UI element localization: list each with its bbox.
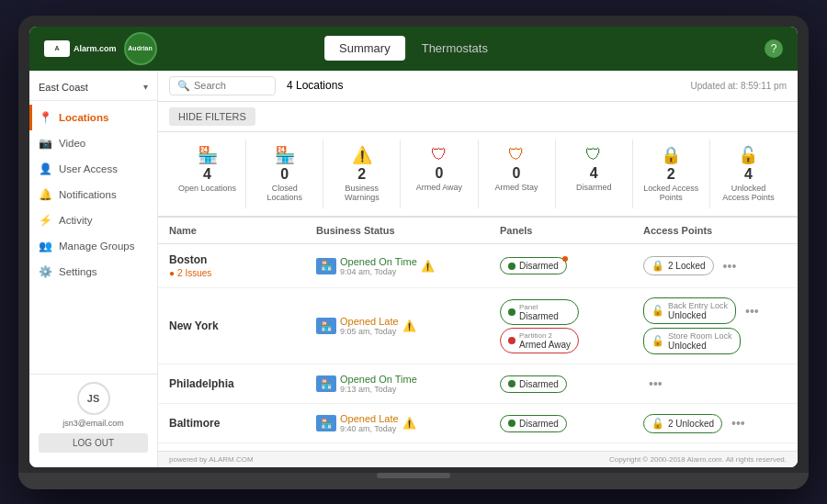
panels-newyork: Panel Disarmed Partition 2 Armed xyxy=(500,299,643,353)
row-menu-button[interactable]: ••• xyxy=(740,302,765,320)
tab-summary[interactable]: Summary xyxy=(324,36,405,61)
disarmed-number: 4 xyxy=(590,166,598,181)
panel-badge-armed-away[interactable]: Partition 2 Armed Away xyxy=(500,328,579,353)
stat-locked-access: 🔒 2 Locked Access Points xyxy=(633,140,710,209)
header-tabs: Summary Thermostats xyxy=(324,36,503,61)
screen: A Alarm.com Audrian Summary Thermostats … xyxy=(29,27,798,467)
disarmed-icon: 🛡 xyxy=(585,145,602,164)
table-container: Name Business Status Panels Access Point… xyxy=(158,218,798,450)
sidebar-item-locations[interactable]: 📍 Locations xyxy=(29,105,157,130)
panel-badge-disarmed[interactable]: Disarmed xyxy=(500,375,567,393)
activity-icon: ⚡ xyxy=(39,214,51,227)
stat-business-warnings: ⚠️ 2 Business Warnings xyxy=(323,140,401,209)
logout-button[interactable]: LOG OUT xyxy=(39,433,148,453)
access-philly: ••• xyxy=(643,375,787,393)
business-status-philly: 🏪 Opened On Time 9:13 am, Today xyxy=(316,374,500,394)
open-locations-label: Open Locations xyxy=(178,184,236,194)
sidebar-item-settings[interactable]: ⚙️ Settings xyxy=(29,259,157,285)
sidebar-item-activity[interactable]: ⚡ Activity xyxy=(29,207,157,233)
access-newyork: 🔓 Back Entry Lock Unlocked ••• xyxy=(643,297,787,354)
sidebar-bottom: JS jsn3@email.com LOG OUT xyxy=(29,374,157,460)
access-badge-locked[interactable]: 🔒 2 Locked xyxy=(643,256,714,275)
avatar: JS xyxy=(77,382,110,415)
sidebar-item-label: Notifications xyxy=(59,189,117,200)
disarmed-label: Disarmed xyxy=(576,183,612,193)
sidebar-item-notifications[interactable]: 🔔 Notifications xyxy=(29,182,157,207)
sidebar-item-label: Manage Groups xyxy=(59,241,134,252)
store-icon: 🏪 xyxy=(316,375,336,392)
filter-bar: HIDE FILTERS xyxy=(158,102,798,132)
panels-baltimore: Disarmed xyxy=(500,415,643,432)
content-toolbar: 🔍 4 Locations Updated at: 8:59:11 pm xyxy=(158,71,798,102)
closed-locations-label: Closed Locations xyxy=(255,184,313,204)
warnings-label: Business Warnings xyxy=(333,184,391,204)
open-locations-icon: 🏪 xyxy=(198,145,218,165)
warning-icon: ⚠️ xyxy=(402,319,416,332)
opened-late-label: Opened Late xyxy=(340,316,399,327)
access-badge-unlocked[interactable]: 🔓 2 Unlocked xyxy=(643,414,722,433)
sidebar-item-label: Activity xyxy=(59,215,92,226)
footer: powered by ALARM.COM Copyright © 2000-20… xyxy=(158,451,798,467)
access-boston: 🔒 2 Locked ••• xyxy=(643,256,787,275)
search-input[interactable] xyxy=(194,80,267,91)
table-row: Baltimore 🏪 Opened Late 9:40 am, Today xyxy=(158,404,798,443)
access-badge-unlocked[interactable]: 🔓 Back Entry Lock Unlocked xyxy=(643,297,736,324)
sidebar-item-label: User Access xyxy=(59,163,118,174)
header-business-status: Business Status xyxy=(316,225,500,236)
business-status-baltimore: 🏪 Opened Late 9:40 am, Today ⚠️ xyxy=(316,413,500,433)
header-name: Name xyxy=(169,225,316,236)
sidebar-item-user-access[interactable]: 👤 User Access xyxy=(29,156,157,182)
help-button[interactable]: ? xyxy=(765,39,783,58)
stat-closed-locations: 🏪 0 Closed Locations xyxy=(246,140,323,209)
location-name-newyork: New York xyxy=(169,319,316,332)
groups-icon: 👥 xyxy=(39,240,51,252)
access-badge-unlocked2[interactable]: 🔓 Store Room Lock Unlocked xyxy=(643,328,741,354)
laptop-base xyxy=(18,473,809,489)
sidebar-region: East Coast xyxy=(39,82,88,93)
locked-access-number: 2 xyxy=(667,167,675,182)
sidebar-item-manage-groups[interactable]: 👥 Manage Groups xyxy=(29,233,157,259)
app: A Alarm.com Audrian Summary Thermostats … xyxy=(29,27,798,467)
row-menu-button[interactable]: ••• xyxy=(718,257,742,275)
lock-icon: 🔒 xyxy=(651,260,664,272)
stat-unlocked-access: 🔓 4 Unlocked Access Points xyxy=(710,140,787,209)
opened-on-time-label: Opened On Time xyxy=(340,374,417,385)
hide-filters-button[interactable]: HIDE FILTERS xyxy=(169,107,255,126)
tab-thermostats[interactable]: Thermostats xyxy=(407,36,503,61)
notification-dot xyxy=(562,256,568,262)
stat-armed-stay: 🛡 0 Armed Stay xyxy=(479,140,556,209)
chevron-down-icon: ▾ xyxy=(143,82,148,92)
status-dot-red xyxy=(508,337,515,344)
row-menu-button[interactable]: ••• xyxy=(726,414,751,432)
brand-name: Alarm.com xyxy=(74,44,117,53)
store-icon: 🏪 xyxy=(316,415,336,431)
unlocked-access-label: Unlocked Access Points xyxy=(719,184,777,204)
panels-philly: Disarmed xyxy=(500,375,643,393)
sidebar-header[interactable]: East Coast ▾ xyxy=(29,78,157,101)
opened-on-time-label: Opened On Time xyxy=(340,256,417,267)
table-header: Name Business Status Panels Access Point… xyxy=(158,218,798,244)
user-email: jsn3@email.com xyxy=(39,419,148,428)
locked-access-icon: 🔒 xyxy=(661,145,681,165)
row-menu-button[interactable]: ••• xyxy=(643,375,668,393)
header: A Alarm.com Audrian Summary Thermostats … xyxy=(29,27,798,71)
locations-count: 4 Locations xyxy=(287,79,343,92)
closed-locations-number: 0 xyxy=(280,167,289,182)
warning-icon: ⚠️ xyxy=(402,417,416,430)
panel-badge-disarmed[interactable]: Disarmed xyxy=(500,257,567,274)
sidebar-item-label: Locations xyxy=(59,112,108,123)
panel-badge-disarmed[interactable]: Disarmed xyxy=(500,415,567,432)
location-name-philly: Philadelphia xyxy=(169,377,316,390)
sidebar-item-video[interactable]: 📷 Video xyxy=(29,130,157,156)
unlocked-access-icon: 🔓 xyxy=(738,145,758,165)
client-badge: Audrian xyxy=(124,32,157,65)
store-icon: 🏪 xyxy=(316,318,336,334)
warnings-icon: ⚠️ xyxy=(352,145,372,165)
updated-label: Updated at: 8:59:11 pm xyxy=(690,81,787,91)
panel-badge-disarmed[interactable]: Panel Disarmed xyxy=(500,299,579,325)
armed-stay-number: 0 xyxy=(513,166,521,181)
table-row: New York 🏪 Opened Late 9:05 am, Today xyxy=(158,288,798,364)
search-box[interactable]: 🔍 xyxy=(169,76,276,95)
warnings-number: 2 xyxy=(357,167,366,182)
stats-row: 🏪 4 Open Locations 🏪 0 Closed Locations … xyxy=(158,132,798,218)
